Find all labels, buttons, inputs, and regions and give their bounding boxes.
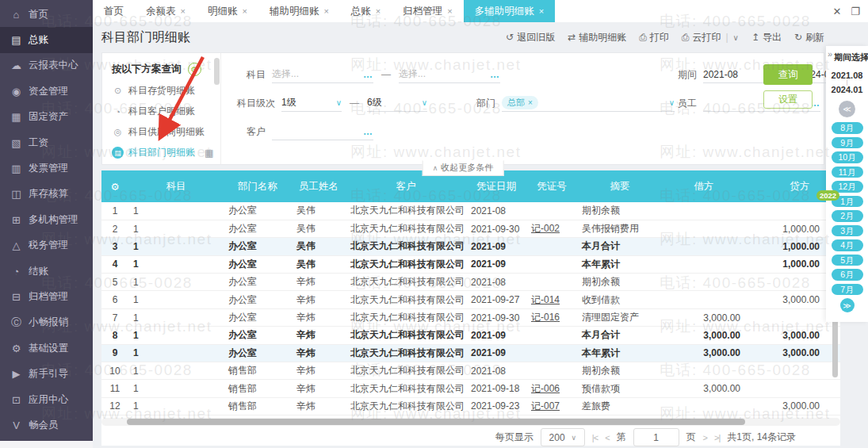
tab-多辅助明细账[interactable]: 多辅助明细账× <box>464 0 555 22</box>
panel-collapse-icon[interactable]: » <box>828 49 832 59</box>
back-old-button[interactable]: ↺退回旧版 <box>506 31 555 44</box>
month-pill-3月[interactable]: 3月 <box>832 225 863 237</box>
sidebar-item-closing[interactable]: ◔结账 <box>0 258 93 284</box>
sidebar-item-salary[interactable]: ▧工资 <box>0 130 93 155</box>
subject-to-picker-icon[interactable]: … <box>485 69 500 80</box>
table-row[interactable]: 81办公室辛炜北京天九仁和科技有限公司2021-09本月合计3,000.003,… <box>101 327 840 344</box>
page-number-input[interactable]: 1 <box>633 428 679 446</box>
refresh-button[interactable]: ↻刷新 <box>794 31 824 44</box>
table-row[interactable]: 101销售部辛炜北京天九仁和科技有限公司2021-08期初余额 <box>101 362 840 380</box>
sidebar-item-cloud-report[interactable]: ☁云报表中心 <box>0 53 93 78</box>
table-row[interactable]: 11办公室吴伟北京天九仁和科技有限公司2021-08期初余额 <box>101 202 840 220</box>
chevron-down-icon[interactable]: ∨ <box>733 33 739 42</box>
export-button[interactable]: ↥导出 <box>751 31 782 44</box>
dept-tag[interactable]: 总部 × <box>502 96 538 109</box>
dept-select[interactable]: 总部 × ∨ <box>502 94 675 112</box>
month-pill-11月[interactable]: 11月 <box>832 167 863 178</box>
table-row[interactable]: 121销售部辛炜北京天九仁和科技有限公司2021-09-23记-007差旅费3,… <box>101 397 840 415</box>
table-row[interactable]: 61办公室辛炜北京天九仁和科技有限公司2021-09-27记-014收到借款3,… <box>101 291 840 308</box>
table-row[interactable]: 111销售部辛炜北京天九仁和科技有限公司2021-09-18记-006预借款项3… <box>101 380 840 397</box>
sidebar-item-tax[interactable]: △税务管理 <box>0 233 93 258</box>
scroll-down-icon[interactable]: ≫ <box>840 298 855 312</box>
level-to-select[interactable]: 6级 ∨ <box>367 94 427 112</box>
sidebar-item-general-ledger[interactable]: ▤总账 <box>0 27 93 52</box>
subject-to-input[interactable]: 选择... … <box>399 66 500 83</box>
tab-close-icon[interactable]: × <box>181 6 185 16</box>
sidebar-item-home[interactable]: ⌂首页 <box>0 2 93 27</box>
per-page-select[interactable]: 200 ∨ <box>541 428 585 446</box>
tab-close-icon[interactable]: × <box>242 6 247 16</box>
tab-close-icon[interactable]: × <box>376 6 380 16</box>
table-row[interactable]: 31办公室吴伟北京天九仁和科技有限公司2021-09本月合计1,000.00 <box>101 238 840 255</box>
sidebar-item-invoice[interactable]: ▥发票管理 <box>0 155 93 181</box>
sidebar-item-inventory[interactable]: ◫库存核算 <box>0 182 93 207</box>
voucher-link[interactable]: 记-002 <box>531 223 560 234</box>
subject-from-input[interactable]: 选择... … <box>272 66 373 83</box>
horizontal-scrollbar-thumb[interactable] <box>127 419 745 425</box>
month-pill-4月[interactable]: 4月 <box>832 239 863 251</box>
tab-辅助明细账[interactable]: 辅助明细账× <box>258 0 340 22</box>
last-page-button[interactable]: >| <box>714 433 720 442</box>
cust-input[interactable]: … <box>272 123 373 140</box>
tab-明细账[interactable]: 明细账× <box>197 0 258 22</box>
sidebar-item-multi-org[interactable]: ⊞多机构管理 <box>0 207 93 232</box>
tab-余额表[interactable]: 余额表× <box>135 0 197 22</box>
table-row[interactable]: 91办公室辛炜北京天九仁和科技有限公司2021-09本年累计3,000.003,… <box>101 344 840 362</box>
table-row[interactable]: 21办公室吴伟北京天九仁和科技有限公司2021-09-30记-002吴伟报销费用… <box>101 220 840 237</box>
year-badge: 2022 <box>816 190 839 201</box>
tab-close-icon[interactable]: × <box>539 6 544 16</box>
print-button[interactable]: ⎙打印 <box>639 31 669 44</box>
table-row[interactable]: 41办公室吴伟北京天九仁和科技有限公司2021-09本年累计1,000.00 <box>101 255 840 273</box>
month-pill-2月[interactable]: 2月 <box>832 210 863 222</box>
voucher-link[interactable]: 记-016 <box>531 312 560 323</box>
month-pill-6月[interactable]: 6月 <box>832 269 863 281</box>
month-pill-8月[interactable]: 8月 <box>832 122 863 134</box>
sidebar-item-app-center[interactable]: ⊡应用中心 <box>0 387 93 412</box>
column-settings-gear-icon[interactable]: ⚙ <box>101 170 128 202</box>
level-from-select[interactable]: 1级 ∨ <box>281 94 342 112</box>
sidebar-item-guide[interactable]: ▶新手引导 <box>0 361 93 386</box>
scheme-subject-department[interactable]: ▤科目部门明细账▦ <box>112 146 214 159</box>
tab-close-icon[interactable]: × <box>323 6 328 16</box>
scroll-up-icon[interactable]: ≪ <box>839 101 855 117</box>
scheme-subject-customer[interactable]: ◔科目客户明细账 <box>112 105 214 118</box>
prev-page-button[interactable]: < <box>605 433 609 442</box>
tag-remove-icon[interactable]: × <box>528 98 533 107</box>
month-pill-7月[interactable]: 7月 <box>832 284 863 296</box>
fullscreen-icon[interactable]: ❐ <box>851 6 860 17</box>
scheme-gear-icon[interactable]: ⚙ <box>188 63 201 76</box>
save-scheme-icon[interactable]: ▦ <box>205 147 213 159</box>
next-page-button[interactable]: > <box>703 433 707 442</box>
month-pill-9月[interactable]: 9月 <box>832 137 863 149</box>
tab-close-icon[interactable]: × <box>447 6 452 16</box>
scheme-subject-stock[interactable]: ⊙科目存货明细账 <box>112 84 214 98</box>
collapse-more-conditions[interactable]: ∧收起更多条件 <box>423 160 504 176</box>
query-button[interactable]: 查询 <box>763 64 813 85</box>
tab-首页[interactable]: 首页 <box>93 0 135 22</box>
horizontal-scrollbar[interactable] <box>101 418 840 426</box>
sidebar-item-reimburse[interactable]: Ⓒ小畅报销 <box>0 310 93 335</box>
month-pill-10月[interactable]: 10月 <box>832 151 863 163</box>
setting-button[interactable]: 设置 <box>763 90 813 109</box>
sidebar-item-settings[interactable]: ⚙基础设置 <box>0 335 93 361</box>
voucher-link[interactable]: 记-006 <box>531 383 560 394</box>
subject-from-picker-icon[interactable]: … <box>358 69 373 80</box>
table-row[interactable]: 71办公室辛炜北京天九仁和科技有限公司2021-09-30记-016清理固定资产… <box>101 308 840 326</box>
scheme-scrollbar[interactable] <box>214 58 220 85</box>
sidebar-item-member[interactable]: V畅会员 <box>0 412 93 438</box>
sidebar-item-fixed-assets[interactable]: ▦固定资产 <box>0 105 93 130</box>
sidebar-item-archive[interactable]: ⊟归档管理 <box>0 284 93 309</box>
tab-总账[interactable]: 总账× <box>340 0 392 22</box>
tab-归档管理[interactable]: 归档管理× <box>392 0 463 22</box>
voucher-link[interactable]: 记-007 <box>531 400 560 412</box>
cust-picker-icon[interactable]: … <box>358 126 373 137</box>
cloud-print-button[interactable]: ⎙云打印|∨ <box>682 31 739 44</box>
table-row[interactable]: 51办公室辛炜北京天九仁和科技有限公司2021-08期初余额 <box>101 274 840 291</box>
voucher-link[interactable]: 记-014 <box>531 294 560 305</box>
aux-detail-button[interactable]: ⇄辅助明细账 <box>568 31 626 44</box>
scheme-subject-supplier[interactable]: ◎科目供应商明细账 <box>112 125 214 139</box>
first-page-button[interactable]: |< <box>592 433 598 442</box>
close-icon[interactable]: ✕ <box>832 6 841 17</box>
month-pill-5月[interactable]: 5月 <box>832 255 863 266</box>
sidebar-item-funds[interactable]: ◉资金管理 <box>0 78 93 104</box>
